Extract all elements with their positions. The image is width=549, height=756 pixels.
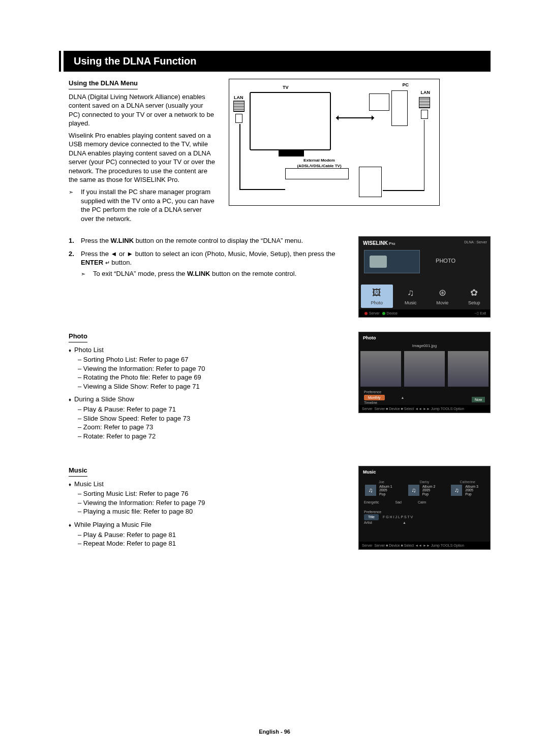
music-playing-heading: While Playing a Music File Play & Pause:… [69,520,346,548]
diagram-label-pc: PC [402,82,409,88]
music-list-heading: Music List Sorting Music List: Refer to … [69,480,346,516]
subhead-music: Music [69,466,87,477]
intro-paragraph-2: Wiselink Pro enables playing content sav… [69,131,216,184]
list-item: Slide Show Speed: Refer to page 73 [78,414,346,423]
note-icon: ➣ [69,188,73,196]
step-2: Press the ◄ or ► button to select an ico… [69,249,346,278]
music-note-icon: ♫ [408,485,419,496]
menu-icon-movie: ⊛Movie [426,285,459,308]
music-note-icon: ♫ [451,485,462,496]
page-number: English - 96 [0,728,549,736]
diagram-label-lan-right: LAN [421,89,431,96]
intro-paragraph-1: DLNA (Digital Living Network Alliance) e… [69,92,216,128]
music-item: Darby ♫ Album 22005Pop [408,480,441,496]
diagram-label-lan-left: LAN [234,94,243,101]
list-item: Sorting Music List: Refer to page 76 [78,489,346,498]
page-title: Using the DLNA Function [64,51,491,72]
photo-thumb [448,351,489,387]
subhead-dlna-menu: Using the DLNA Menu [69,79,138,89]
list-item: Viewing the Information: Refer to page 7… [78,364,346,373]
menu-icon-photo: 🖼Photo [361,285,393,308]
music-item: Catherine ♫ Album 32005Pop [451,480,484,496]
diagram-lan-port-right [419,97,430,108]
diagram-plug-left [235,114,242,123]
diagram-label-modem: External Modem (ADSL/VDSL/Cable TV) [296,158,342,169]
menu-icon-music: ♫Music [395,285,427,308]
subhead-photo: Photo [69,332,87,342]
photo-list-heading: Photo List Sorting Photo List: Refer to … [69,345,346,391]
music-item: Joe ♫ Album 12005Pop [365,480,398,496]
list-item: Play & Pause: Refer to page 81 [78,530,346,540]
diagram-label-tv: TV [283,84,289,90]
diagram-wallplate [359,167,382,197]
diagram-arrow [336,117,374,118]
list-item: Playing a music file: Refer to page 80 [78,507,346,516]
list-item: Repeat Mode: Refer to page 81 [78,539,346,548]
list-item: Sorting Photo List: Refer to page 67 [78,355,346,364]
diagram-plug-right [421,110,428,119]
diagram-tv [250,92,331,150]
list-item: Viewing the Information: Refer to page 7… [78,498,346,508]
music-note-icon: ♫ [365,485,376,496]
diagram-lan-port-left [233,101,245,112]
photo-thumb [404,351,445,387]
note-pc-share: ➣ If you install the PC share manager pr… [69,187,216,223]
diagram-monitor [369,93,389,111]
photo-thumb [360,351,401,387]
diagram-pc-tower [391,90,408,126]
menu-icon-setup: ✿Setup [459,285,491,308]
list-item: Rotate: Refer to page 72 [78,432,346,441]
wiselink-selected-label: PHOTO [436,257,455,265]
list-item: Rotating the Photo file: Refer to page 6… [78,373,346,382]
screenshot-photo-list: Photo Image001.jpg Preference Monthly ▲ … [358,332,491,413]
list-item: Zoom: Refer to page 73 [78,423,346,432]
note-icon: ➣ [81,270,85,278]
enter-icon: ↵ [105,260,110,266]
red-dot-icon [364,312,368,315]
network-diagram: TV LAN External Modem (ADSL/VDSL/Cable T… [229,79,440,206]
green-dot-icon [382,312,385,315]
step-1: Press the W.LINK button on the remote co… [69,236,346,245]
diagram-modem [285,168,349,179]
dlna-server-label: DLNA : Server [464,240,487,244]
screenshot-wiselink-menu: WISELINK Pro DLNA : Server PHOTO 🖼Photo … [358,236,491,318]
slide-show-heading: During a Slide Show Play & Pause: Refer … [69,395,346,440]
list-item: Play & Pause: Refer to page 71 [78,405,346,414]
screenshot-music-list: Music Joe ♫ Album 12005Pop Darby ♫ Album… [358,466,491,550]
list-item: Viewing a Slide Show: Refer to page 71 [78,382,346,391]
wiselink-thumb [364,250,420,273]
